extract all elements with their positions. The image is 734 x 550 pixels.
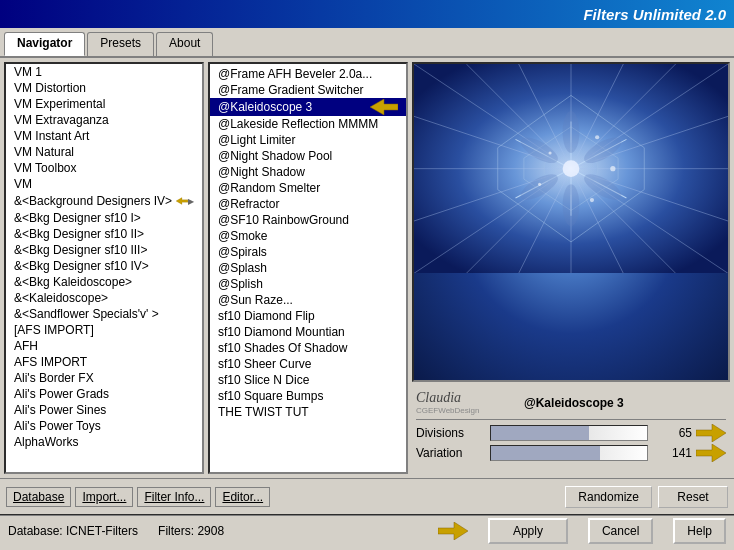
- divisions-label: Divisions: [416, 426, 486, 440]
- left-panel: VM 1VM DistortionVM ExperimentalVM Extra…: [4, 62, 204, 474]
- divisions-slider[interactable]: [490, 425, 648, 441]
- tab-about[interactable]: About: [156, 32, 213, 56]
- arrow-variation-icon: [696, 444, 726, 462]
- left-list-item[interactable]: VM Toolbox: [6, 160, 202, 176]
- arrow-divisions-icon: [696, 424, 726, 442]
- middle-list-item[interactable]: sf10 Slice N Dice: [210, 372, 406, 388]
- middle-list-item[interactable]: sf10 Diamond Flip: [210, 308, 406, 324]
- signature-sub: CGEFWebDesign: [416, 406, 516, 415]
- left-list-item[interactable]: &<Bkg Designer sf10 III>: [6, 242, 202, 258]
- left-list-item[interactable]: AlphaWorks: [6, 434, 202, 450]
- database-label: Database: ICNET-Filters: [8, 524, 138, 538]
- tab-navigator[interactable]: Navigator: [4, 32, 85, 56]
- apply-button[interactable]: Apply: [488, 518, 568, 544]
- left-list-item[interactable]: Ali's Border FX: [6, 370, 202, 386]
- left-list-item[interactable]: Ali's Power Toys: [6, 418, 202, 434]
- tab-bar: Navigator Presets About: [0, 28, 734, 58]
- middle-panel: @Frame AFH Beveler 2.0a...@Frame Gradien…: [208, 62, 408, 474]
- filter-name-display: @Kaleidoscope 3: [524, 396, 624, 410]
- middle-list-item[interactable]: @Random Smelter: [210, 180, 406, 196]
- svg-marker-42: [696, 424, 726, 442]
- left-list-item[interactable]: &<Kaleidoscope>: [6, 290, 202, 306]
- left-list-item[interactable]: AFS IMPORT: [6, 354, 202, 370]
- left-list-item[interactable]: VM 1: [6, 64, 202, 80]
- left-list-item[interactable]: Ali's Power Grads: [6, 386, 202, 402]
- left-list-item[interactable]: [AFS IMPORT]: [6, 322, 202, 338]
- preview-image: [414, 64, 728, 380]
- middle-list-item[interactable]: @Night Shadow: [210, 164, 406, 180]
- left-list-item[interactable]: VM Instant Art: [6, 128, 202, 144]
- filters-label: Filters: 2908: [158, 524, 224, 538]
- right-panel: Claudia CGEFWebDesign @Kaleidoscope 3 Di…: [412, 62, 730, 474]
- left-list-item[interactable]: &<Sandflower Specials'v' >: [6, 306, 202, 322]
- variation-slider[interactable]: [490, 445, 648, 461]
- middle-list-item[interactable]: @Sun Raze...: [210, 292, 406, 308]
- middle-list-item[interactable]: @Splish: [210, 276, 406, 292]
- signature-text: Claudia: [416, 390, 516, 406]
- middle-list-item[interactable]: @SF10 RainbowGround: [210, 212, 406, 228]
- cancel-button[interactable]: Cancel: [588, 518, 653, 544]
- svg-point-37: [595, 135, 599, 139]
- svg-marker-44: [438, 522, 468, 540]
- left-list-item[interactable]: VM Distortion: [6, 80, 202, 96]
- svg-marker-0: [176, 198, 188, 205]
- filter-name-row: Claudia CGEFWebDesign @Kaleidoscope 3: [416, 390, 726, 415]
- middle-list-item[interactable]: THE TWIST TUT: [210, 404, 406, 420]
- editor-button[interactable]: Editor...: [215, 487, 270, 507]
- variation-row: Variation 141: [416, 444, 726, 462]
- middle-list-item[interactable]: @Refractor: [210, 196, 406, 212]
- svg-point-31: [563, 111, 580, 153]
- divisions-value: 65: [652, 426, 692, 440]
- left-list[interactable]: VM 1VM DistortionVM ExperimentalVM Extra…: [6, 64, 202, 472]
- svg-marker-43: [696, 444, 726, 462]
- help-button[interactable]: Help: [673, 518, 726, 544]
- reset-button[interactable]: Reset: [658, 486, 728, 508]
- left-list-item[interactable]: &<Bkg Designer sf10 II>: [6, 226, 202, 242]
- middle-list-item[interactable]: @Lakeside Reflection MMMM: [210, 116, 406, 132]
- import-button[interactable]: Import...: [75, 487, 133, 507]
- left-list-item[interactable]: Ali's Power Sines: [6, 402, 202, 418]
- title-bar: Filters Unlimited 2.0: [0, 0, 734, 28]
- middle-selected-row[interactable]: @Kaleidoscope 3: [210, 98, 406, 116]
- status-bar: Database: ICNET-Filters Filters: 2908 Ap…: [0, 514, 734, 546]
- middle-list-item[interactable]: @Night Shadow Pool: [210, 148, 406, 164]
- middle-list-item[interactable]: @Frame AFH Beveler 2.0a...: [210, 66, 406, 82]
- tab-presets[interactable]: Presets: [87, 32, 154, 56]
- middle-list-item[interactable]: sf10 Square Bumps: [210, 388, 406, 404]
- left-list-item[interactable]: &<Bkg Kaleidoscope>: [6, 274, 202, 290]
- signature-area: Claudia CGEFWebDesign: [416, 390, 516, 415]
- left-list-item[interactable]: VM Natural: [6, 144, 202, 160]
- middle-list-item[interactable]: sf10 Diamond Mountian: [210, 324, 406, 340]
- middle-list-item[interactable]: @Smoke: [210, 228, 406, 244]
- filter-info-button[interactable]: Filter Info...: [137, 487, 211, 507]
- left-list-item[interactable]: VM Extravaganza: [6, 112, 202, 128]
- app-title: Filters Unlimited 2.0: [583, 6, 726, 23]
- left-list-item[interactable]: AFH: [6, 338, 202, 354]
- bottom-toolbar: Database Import... Filter Info... Editor…: [0, 478, 734, 514]
- middle-list-item[interactable]: sf10 Sheer Curve: [210, 356, 406, 372]
- variation-value: 141: [652, 446, 692, 460]
- arrow-left-icon: [176, 193, 188, 209]
- variation-fill: [491, 446, 600, 460]
- svg-point-34: [563, 184, 580, 226]
- svg-point-40: [538, 183, 541, 186]
- database-button[interactable]: Database: [6, 487, 71, 507]
- preview-area: [412, 62, 730, 382]
- middle-list-item[interactable]: @Light Limiter: [210, 132, 406, 148]
- main-content: VM 1VM DistortionVM ExperimentalVM Extra…: [0, 58, 734, 478]
- middle-list-item[interactable]: @Splash: [210, 260, 406, 276]
- randomize-button[interactable]: Randomize: [565, 486, 652, 508]
- svg-point-30: [563, 160, 580, 177]
- middle-list-item[interactable]: @Frame Gradient Switcher: [210, 82, 406, 98]
- left-list-item[interactable]: VM Experimental: [6, 96, 202, 112]
- middle-list[interactable]: @Frame AFH Beveler 2.0a...@Frame Gradien…: [210, 64, 406, 472]
- left-list-item[interactable]: &<Background Designers IV>: [6, 192, 202, 210]
- left-list-item[interactable]: &<Bkg Designer sf10 I>: [6, 210, 202, 226]
- arrow-apply-icon: [438, 522, 468, 540]
- left-list-item[interactable]: VM: [6, 176, 202, 192]
- divisions-row: Divisions 65: [416, 424, 726, 442]
- left-list-item[interactable]: &<Bkg Designer sf10 IV>: [6, 258, 202, 274]
- middle-list-item[interactable]: @Spirals: [210, 244, 406, 260]
- middle-list-item[interactable]: sf10 Shades Of Shadow: [210, 340, 406, 356]
- divisions-fill: [491, 426, 589, 440]
